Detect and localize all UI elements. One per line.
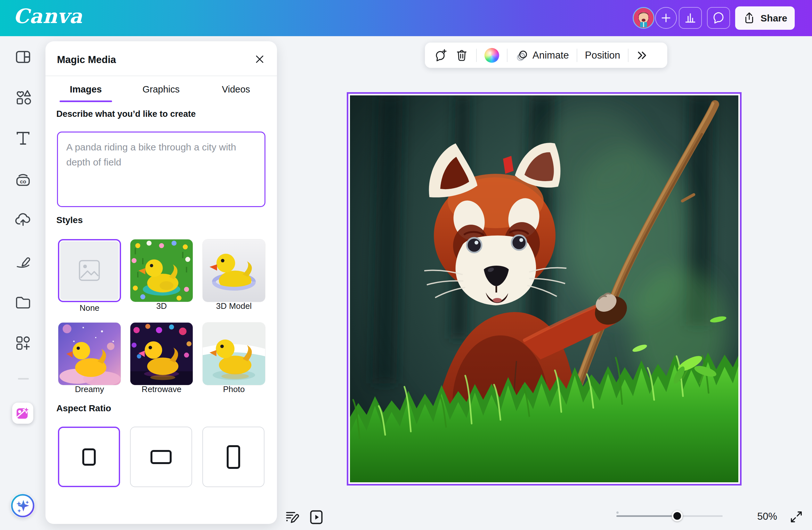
comments-button[interactable]	[707, 7, 730, 29]
comment-icon	[712, 11, 725, 25]
style-option-photo[interactable]	[202, 322, 265, 385]
rail-divider	[18, 378, 29, 380]
magic-media-icon	[15, 406, 30, 421]
canva-logo[interactable]: Canva	[13, 4, 83, 28]
toolbar-divider	[476, 49, 477, 62]
animate-label: Animate	[533, 49, 569, 61]
insights-button[interactable]	[679, 7, 702, 29]
sidebar-item-projects[interactable]	[11, 290, 35, 314]
top-bar: Canva	[0, 0, 812, 36]
delete-icon	[455, 49, 468, 62]
toolbar-divider	[577, 49, 577, 62]
active-tab-underline	[60, 101, 112, 102]
style-retrowave-thumbnail	[130, 323, 193, 385]
text-icon	[14, 130, 32, 147]
present-icon	[308, 509, 325, 526]
avatar[interactable]	[633, 7, 654, 29]
style-label-3d: 3D	[130, 301, 193, 311]
position-button[interactable]: Position	[585, 49, 620, 61]
zoom-slider[interactable]	[617, 515, 723, 517]
animate-icon	[515, 49, 528, 62]
plus-icon	[660, 12, 672, 24]
magic-media-panel: Magic Media Images Graphics Videos Descr…	[45, 41, 277, 524]
fullscreen-button[interactable]	[787, 507, 806, 526]
style-label-none: None	[58, 303, 121, 313]
style-3d-model-thumbnail	[203, 239, 265, 302]
insights-icon	[684, 12, 697, 24]
close-panel-button[interactable]	[252, 51, 267, 67]
style-option-dreamy[interactable]	[58, 322, 121, 385]
more-chevrons-icon	[636, 49, 648, 61]
comment-button[interactable]	[433, 48, 447, 62]
style-3d-thumbnail	[130, 239, 193, 302]
sidebar-item-canva-assistant[interactable]	[11, 494, 35, 518]
sidebar-item-draw[interactable]	[11, 249, 35, 273]
elements-icon	[14, 89, 32, 106]
style-option-none[interactable]	[58, 239, 121, 302]
aspect-ratio-label: Aspect Ratio	[56, 403, 111, 413]
zoom-slider-knob[interactable]	[672, 511, 683, 521]
panel-divider	[45, 75, 277, 76]
style-option-retrowave[interactable]	[130, 322, 193, 385]
sidebar-item-apps[interactable]	[11, 331, 35, 355]
delete-button[interactable]	[455, 49, 468, 62]
style-dreamy-thumbnail	[58, 323, 121, 385]
position-label: Position	[585, 49, 620, 61]
styles-label: Styles	[56, 215, 83, 225]
style-label-dreamy: Dreamy	[58, 384, 121, 394]
tab-graphics[interactable]: Graphics	[132, 84, 190, 95]
landscape-ratio-icon	[150, 450, 172, 464]
aspect-option-landscape[interactable]	[130, 427, 192, 487]
sidebar-item-elements[interactable]	[11, 85, 35, 109]
describe-label: Describe what you’d like to create	[56, 109, 195, 119]
style-option-3d-model[interactable]	[202, 239, 265, 302]
image-placeholder-icon	[59, 240, 120, 301]
draw-icon	[14, 252, 32, 269]
aspect-option-portrait[interactable]	[202, 427, 264, 487]
aspect-option-square[interactable]	[58, 427, 120, 487]
projects-icon	[14, 294, 32, 311]
share-label: Share	[760, 13, 787, 24]
toolbar-divider	[628, 49, 628, 62]
avatar-image	[634, 8, 653, 28]
style-label-photo: Photo	[202, 384, 265, 394]
sidebar-item-uploads[interactable]	[11, 207, 35, 232]
fullscreen-icon	[789, 510, 804, 524]
style-option-3d[interactable]	[130, 239, 193, 302]
zoom-slider-fill	[617, 515, 677, 517]
tab-videos[interactable]: Videos	[207, 84, 264, 95]
notes-button[interactable]	[283, 507, 302, 527]
add-member-button[interactable]	[655, 7, 677, 29]
element-toolbar: Animate Position	[425, 43, 667, 68]
brand-icon: co	[14, 171, 32, 188]
animate-button[interactable]: Animate	[515, 49, 569, 62]
zoom-slider-notch	[617, 512, 619, 514]
canvas-page[interactable]	[347, 92, 742, 486]
close-icon	[255, 54, 265, 64]
zoom-level[interactable]: 50%	[752, 511, 783, 522]
share-button[interactable]: Share	[735, 6, 795, 30]
svg-text:co: co	[20, 179, 26, 185]
style-photo-thumbnail	[203, 323, 265, 385]
prompt-input[interactable]	[57, 132, 265, 207]
uploads-icon	[14, 211, 32, 228]
sidebar-rail: co	[0, 36, 46, 530]
sidebar-item-text[interactable]	[11, 126, 35, 150]
apps-icon	[14, 335, 32, 352]
sidebar-item-magic-media[interactable]	[12, 403, 33, 424]
present-button[interactable]	[307, 507, 326, 527]
square-ratio-icon	[82, 448, 96, 466]
style-label-3d-model: 3D Model	[202, 301, 265, 311]
share-icon	[742, 12, 756, 25]
more-options-button[interactable]	[636, 49, 648, 61]
portrait-ratio-icon	[227, 445, 240, 469]
color-wheel-button[interactable]	[484, 48, 499, 63]
canva-editor: Canva	[0, 0, 812, 530]
tab-images[interactable]: Images	[60, 84, 112, 95]
sidebar-item-brand[interactable]: co	[11, 167, 35, 192]
sidebar-item-design[interactable]	[11, 45, 35, 69]
generated-red-panda-image	[350, 95, 738, 482]
panel-title: Magic Media	[57, 54, 116, 65]
style-label-retrowave: Retrowave	[130, 384, 193, 394]
toolbar-divider	[507, 49, 508, 62]
